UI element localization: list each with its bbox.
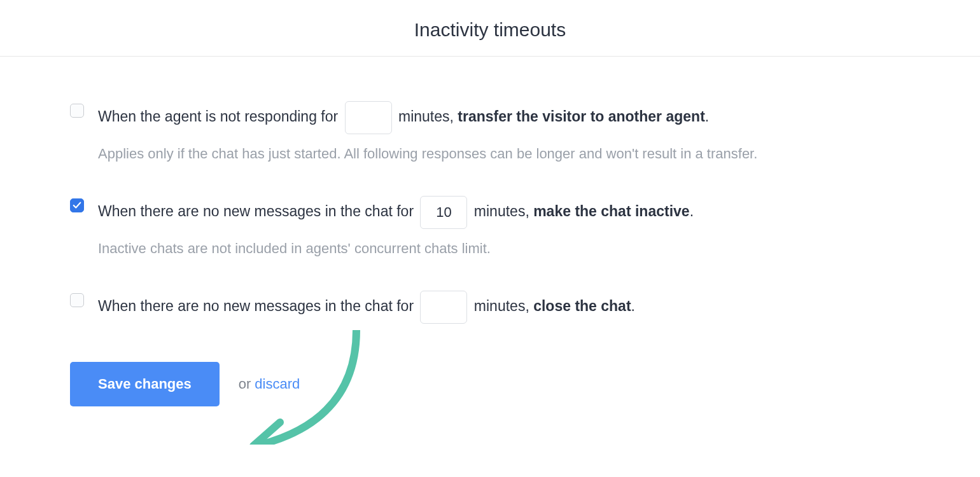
inactive-checkbox[interactable]: [70, 198, 84, 212]
option-line: When there are no new messages in the ch…: [98, 196, 910, 229]
option-text-bold: make the chat inactive: [533, 203, 689, 219]
save-button[interactable]: Save changes: [70, 362, 220, 406]
option-text-post: .: [705, 108, 709, 125]
option-text-pre: When there are no new messages in the ch…: [98, 298, 414, 314]
option-subtext: Applies only if the chat has just starte…: [98, 143, 910, 164]
option-line: When there are no new messages in the ch…: [98, 291, 910, 324]
option-body: When there are no new messages in the ch…: [98, 196, 910, 259]
option-text-bold: transfer the visitor to another agent: [458, 108, 705, 125]
transfer-minutes-input[interactable]: [345, 101, 392, 134]
checkbox-wrap: [70, 101, 98, 120]
or-text: or: [239, 376, 251, 392]
option-text-mid: minutes,: [398, 108, 454, 125]
close-minutes-input[interactable]: [420, 291, 467, 324]
option-close: When there are no new messages in the ch…: [70, 291, 910, 324]
option-inactive: When there are no new messages in the ch…: [70, 196, 910, 259]
option-text-post: .: [690, 203, 694, 219]
option-subtext: Inactive chats are not included in agent…: [98, 238, 910, 259]
option-text-bold: close the chat: [533, 298, 631, 314]
option-body: When there are no new messages in the ch…: [98, 291, 910, 324]
option-text-pre: When the agent is not responding for: [98, 108, 338, 125]
option-text-post: .: [631, 298, 635, 314]
option-transfer: When the agent is not responding for min…: [70, 101, 910, 164]
option-text-mid: minutes,: [474, 298, 529, 314]
page-title: Inactivity timeouts: [0, 19, 980, 41]
discard-link[interactable]: discard: [255, 376, 300, 392]
settings-content: When the agent is not responding for min…: [0, 57, 980, 445]
transfer-checkbox[interactable]: [70, 104, 84, 118]
page-header: Inactivity timeouts: [0, 0, 980, 57]
option-body: When the agent is not responding for min…: [98, 101, 910, 164]
close-checkbox[interactable]: [70, 293, 84, 307]
checkbox-wrap: [70, 291, 98, 310]
inactive-minutes-input[interactable]: 10: [420, 196, 467, 229]
checkbox-wrap: [70, 196, 98, 212]
check-icon: [73, 201, 81, 210]
option-text-mid: minutes,: [474, 203, 529, 219]
option-line: When the agent is not responding for min…: [98, 101, 910, 134]
option-text-pre: When there are no new messages in the ch…: [98, 203, 414, 219]
form-actions: Save changes or discard: [70, 362, 910, 406]
